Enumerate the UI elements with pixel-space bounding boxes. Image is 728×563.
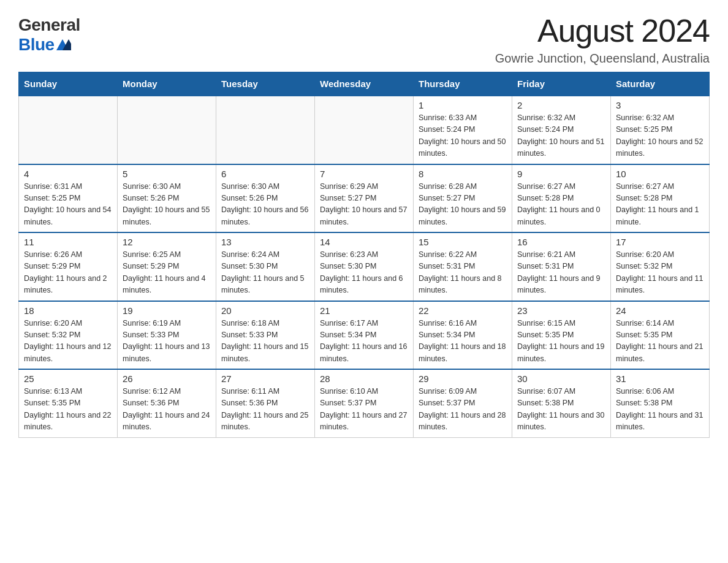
calendar-cell <box>19 96 118 164</box>
logo-blue-text: Blue <box>18 35 71 55</box>
calendar-cell: 10Sunrise: 6:27 AMSunset: 5:28 PMDayligh… <box>611 164 710 233</box>
day-detail: Sunrise: 6:06 AMSunset: 5:38 PMDaylight:… <box>616 386 704 434</box>
title-area: August 2024 Gowrie Junction, Queensland,… <box>495 12 710 66</box>
header: General Blue August 2024 Gowrie Junction… <box>18 12 710 66</box>
calendar-cell: 15Sunrise: 6:22 AMSunset: 5:31 PMDayligh… <box>414 232 512 301</box>
day-number: 9 <box>517 169 605 179</box>
day-number: 3 <box>616 100 704 110</box>
day-number: 21 <box>320 305 408 316</box>
day-number: 7 <box>320 169 408 179</box>
calendar-cell: 2Sunrise: 6:32 AMSunset: 5:24 PMDaylight… <box>512 96 611 164</box>
day-detail: Sunrise: 6:07 AMSunset: 5:38 PMDaylight:… <box>517 386 605 434</box>
day-number: 11 <box>24 237 112 247</box>
calendar-cell: 25Sunrise: 6:13 AMSunset: 5:35 PMDayligh… <box>19 369 118 437</box>
calendar-cell: 17Sunrise: 6:20 AMSunset: 5:32 PMDayligh… <box>611 232 710 301</box>
calendar-cell: 4Sunrise: 6:31 AMSunset: 5:25 PMDaylight… <box>19 164 118 233</box>
calendar-cell: 3Sunrise: 6:32 AMSunset: 5:25 PMDaylight… <box>611 96 710 164</box>
day-number: 8 <box>419 169 507 179</box>
day-number: 12 <box>123 237 211 247</box>
day-detail: Sunrise: 6:19 AMSunset: 5:33 PMDaylight:… <box>123 318 211 366</box>
day-detail: Sunrise: 6:28 AMSunset: 5:27 PMDaylight:… <box>419 181 507 229</box>
day-detail: Sunrise: 6:15 AMSunset: 5:35 PMDaylight:… <box>517 318 605 366</box>
logo: General Blue <box>18 15 80 55</box>
day-detail: Sunrise: 6:23 AMSunset: 5:30 PMDaylight:… <box>320 249 408 297</box>
day-number: 24 <box>616 305 704 316</box>
day-detail: Sunrise: 6:14 AMSunset: 5:35 PMDaylight:… <box>616 318 704 366</box>
day-number: 20 <box>221 305 309 316</box>
day-detail: Sunrise: 6:24 AMSunset: 5:30 PMDaylight:… <box>221 249 309 297</box>
calendar-week-row: 1Sunrise: 6:33 AMSunset: 5:24 PMDaylight… <box>19 96 710 164</box>
calendar-cell: 30Sunrise: 6:07 AMSunset: 5:38 PMDayligh… <box>512 369 611 437</box>
calendar-cell: 24Sunrise: 6:14 AMSunset: 5:35 PMDayligh… <box>611 301 710 370</box>
calendar-cell: 12Sunrise: 6:25 AMSunset: 5:29 PMDayligh… <box>118 232 216 301</box>
weekday-header-monday: Monday <box>118 72 216 96</box>
calendar-cell <box>216 96 315 164</box>
day-detail: Sunrise: 6:30 AMSunset: 5:26 PMDaylight:… <box>123 181 211 229</box>
calendar-cell: 27Sunrise: 6:11 AMSunset: 5:36 PMDayligh… <box>216 369 315 437</box>
calendar-cell: 11Sunrise: 6:26 AMSunset: 5:29 PMDayligh… <box>19 232 118 301</box>
calendar-cell: 8Sunrise: 6:28 AMSunset: 5:27 PMDaylight… <box>414 164 512 233</box>
weekday-header-friday: Friday <box>512 72 611 96</box>
calendar-week-row: 11Sunrise: 6:26 AMSunset: 5:29 PMDayligh… <box>19 232 710 301</box>
day-number: 19 <box>123 305 211 316</box>
day-detail: Sunrise: 6:21 AMSunset: 5:31 PMDaylight:… <box>517 249 605 297</box>
day-detail: Sunrise: 6:25 AMSunset: 5:29 PMDaylight:… <box>123 249 211 297</box>
calendar-cell: 20Sunrise: 6:18 AMSunset: 5:33 PMDayligh… <box>216 301 315 370</box>
day-number: 25 <box>24 373 112 384</box>
weekday-header-saturday: Saturday <box>611 72 710 96</box>
calendar-cell: 16Sunrise: 6:21 AMSunset: 5:31 PMDayligh… <box>512 232 611 301</box>
location-subtitle: Gowrie Junction, Queensland, Australia <box>495 52 710 66</box>
calendar-cell: 26Sunrise: 6:12 AMSunset: 5:36 PMDayligh… <box>118 369 216 437</box>
calendar-cell: 1Sunrise: 6:33 AMSunset: 5:24 PMDaylight… <box>414 96 512 164</box>
logo-icon <box>56 39 71 50</box>
logo-general-text: General <box>18 15 80 35</box>
calendar-cell: 13Sunrise: 6:24 AMSunset: 5:30 PMDayligh… <box>216 232 315 301</box>
calendar-cell: 6Sunrise: 6:30 AMSunset: 5:26 PMDaylight… <box>216 164 315 233</box>
calendar-cell: 14Sunrise: 6:23 AMSunset: 5:30 PMDayligh… <box>315 232 414 301</box>
day-number: 26 <box>123 373 211 384</box>
day-detail: Sunrise: 6:20 AMSunset: 5:32 PMDaylight:… <box>24 318 112 366</box>
calendar-cell: 21Sunrise: 6:17 AMSunset: 5:34 PMDayligh… <box>315 301 414 370</box>
calendar-cell <box>315 96 414 164</box>
day-number: 27 <box>221 373 309 384</box>
day-number: 28 <box>320 373 408 384</box>
calendar-week-row: 18Sunrise: 6:20 AMSunset: 5:32 PMDayligh… <box>19 301 710 370</box>
day-number: 30 <box>517 373 605 384</box>
calendar-week-row: 4Sunrise: 6:31 AMSunset: 5:25 PMDaylight… <box>19 164 710 233</box>
day-number: 4 <box>24 169 112 179</box>
calendar-cell: 18Sunrise: 6:20 AMSunset: 5:32 PMDayligh… <box>19 301 118 370</box>
day-number: 17 <box>616 237 704 247</box>
calendar-cell: 28Sunrise: 6:10 AMSunset: 5:37 PMDayligh… <box>315 369 414 437</box>
day-detail: Sunrise: 6:18 AMSunset: 5:33 PMDaylight:… <box>221 318 309 366</box>
day-number: 31 <box>616 373 704 384</box>
day-number: 16 <box>517 237 605 247</box>
day-number: 13 <box>221 237 309 247</box>
day-detail: Sunrise: 6:30 AMSunset: 5:26 PMDaylight:… <box>221 181 309 229</box>
day-number: 6 <box>221 169 309 179</box>
day-detail: Sunrise: 6:33 AMSunset: 5:24 PMDaylight:… <box>419 112 507 160</box>
calendar-table: SundayMondayTuesdayWednesdayThursdayFrid… <box>18 72 710 438</box>
calendar-cell: 22Sunrise: 6:16 AMSunset: 5:34 PMDayligh… <box>414 301 512 370</box>
day-detail: Sunrise: 6:13 AMSunset: 5:35 PMDaylight:… <box>24 386 112 434</box>
day-detail: Sunrise: 6:11 AMSunset: 5:36 PMDaylight:… <box>221 386 309 434</box>
day-detail: Sunrise: 6:10 AMSunset: 5:37 PMDaylight:… <box>320 386 408 434</box>
day-number: 14 <box>320 237 408 247</box>
calendar-cell: 29Sunrise: 6:09 AMSunset: 5:37 PMDayligh… <box>414 369 512 437</box>
day-number: 10 <box>616 169 704 179</box>
calendar-cell: 9Sunrise: 6:27 AMSunset: 5:28 PMDaylight… <box>512 164 611 233</box>
calendar-cell: 31Sunrise: 6:06 AMSunset: 5:38 PMDayligh… <box>611 369 710 437</box>
day-detail: Sunrise: 6:32 AMSunset: 5:24 PMDaylight:… <box>517 112 605 160</box>
day-detail: Sunrise: 6:32 AMSunset: 5:25 PMDaylight:… <box>616 112 704 160</box>
day-number: 5 <box>123 169 211 179</box>
day-number: 1 <box>419 100 507 110</box>
weekday-header-row: SundayMondayTuesdayWednesdayThursdayFrid… <box>19 72 710 96</box>
weekday-header-wednesday: Wednesday <box>315 72 414 96</box>
calendar-cell <box>118 96 216 164</box>
day-detail: Sunrise: 6:12 AMSunset: 5:36 PMDaylight:… <box>123 386 211 434</box>
calendar-cell: 19Sunrise: 6:19 AMSunset: 5:33 PMDayligh… <box>118 301 216 370</box>
calendar-cell: 23Sunrise: 6:15 AMSunset: 5:35 PMDayligh… <box>512 301 611 370</box>
weekday-header-thursday: Thursday <box>414 72 512 96</box>
month-year-title: August 2024 <box>495 12 710 49</box>
calendar-cell: 7Sunrise: 6:29 AMSunset: 5:27 PMDaylight… <box>315 164 414 233</box>
day-number: 2 <box>517 100 605 110</box>
